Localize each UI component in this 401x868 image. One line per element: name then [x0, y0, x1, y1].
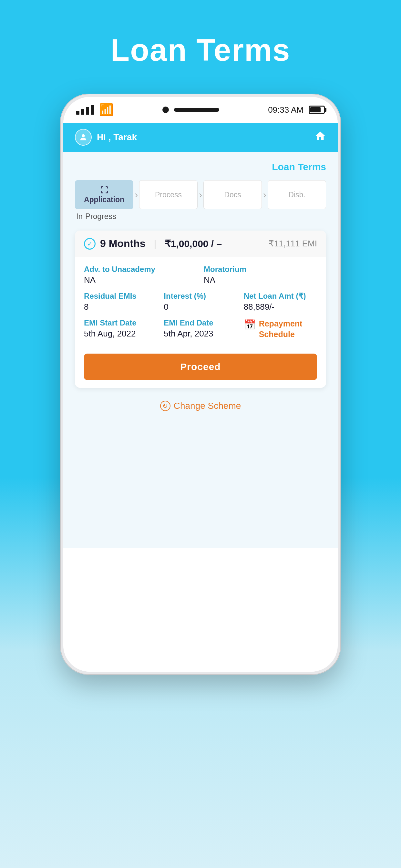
net-loan-label: Net Loan Amt (₹): [244, 291, 317, 301]
page-wrapper: Loan Terms 📶: [0, 0, 401, 675]
check-circle-icon: ✓: [84, 238, 96, 250]
detail-adv-unacademy: Adv. to Unacademy NA: [84, 265, 197, 285]
step-docs[interactable]: Docs: [204, 180, 262, 209]
time-label: 09:33 AM: [268, 105, 304, 115]
status-bar: 📶 09:33 AM: [63, 97, 338, 123]
arrow-3: ›: [263, 189, 266, 200]
detail-row-2: Residual EMIs 8 Interest (%) 0 Net Loan …: [84, 291, 317, 312]
status-center: [162, 106, 219, 113]
camera-dot: [162, 106, 169, 113]
battery-fill: [310, 107, 320, 113]
docs-label: Docs: [224, 190, 241, 199]
loan-divider: |: [154, 239, 156, 249]
svg-point-0: [82, 134, 85, 137]
detail-net-loan: Net Loan Amt (₹) 88,889/-: [244, 291, 317, 312]
emi-end-label: EMI End Date: [164, 318, 237, 328]
loan-details: Adv. to Unacademy NA Moratorium NA R: [75, 257, 326, 353]
net-loan-value: 88,889/-: [244, 302, 317, 312]
application-label: Application: [84, 195, 124, 204]
emi-label: EMI: [302, 239, 317, 248]
detail-row-1: Adv. to Unacademy NA Moratorium NA: [84, 265, 317, 285]
detail-residual: Residual EMIs 8: [84, 291, 157, 312]
change-scheme-text[interactable]: ↻ Change Scheme: [75, 401, 326, 411]
loan-months: 9 Months: [100, 238, 145, 250]
residual-value: 8: [84, 302, 157, 312]
arrow-2: ›: [199, 189, 202, 200]
loan-header: ✓ 9 Months | ₹1,00,000 / – ₹11,111 EMI: [75, 230, 326, 257]
change-scheme-icon: ↻: [160, 401, 171, 411]
loan-header-left: ✓ 9 Months | ₹1,00,000 / –: [84, 238, 222, 250]
detail-emi-end: EMI End Date 5th Apr, 2023: [164, 318, 237, 339]
adv-label: Adv. to Unacademy: [84, 265, 197, 274]
avatar: [75, 129, 92, 146]
detail-interest: Interest (%) 0: [164, 291, 237, 312]
application-icon: ⛶: [100, 186, 108, 195]
change-scheme-label: Change Scheme: [174, 401, 241, 411]
loan-emi: ₹11,111 EMI: [269, 239, 317, 249]
loan-terms-section-label: Loan Terms: [75, 161, 326, 173]
phone-inner: 📶 09:33 AM: [63, 97, 338, 672]
phone-shell: 📶 09:33 AM: [60, 94, 341, 675]
emi-amount: ₹11,111: [269, 239, 300, 248]
detail-repayment[interactable]: 📅 RepaymentSchedule: [244, 318, 317, 339]
step-application[interactable]: ⛶ Application: [75, 180, 133, 209]
user-greeting: Hi , Tarak: [97, 132, 137, 143]
emi-start-value: 5th Aug, 2022: [84, 329, 157, 339]
calendar-icon: 📅: [244, 319, 256, 330]
interest-label: Interest (%): [164, 291, 237, 301]
detail-row-3: EMI Start Date 5th Aug, 2022 EMI End Dat…: [84, 318, 317, 339]
detail-emi-start: EMI Start Date 5th Aug, 2022: [84, 318, 157, 339]
notch-line: [174, 108, 219, 112]
progress-steps: ⛶ Application › Process › Docs › Disb.: [75, 180, 326, 209]
moratorium-value: NA: [204, 275, 317, 285]
process-label: Process: [155, 190, 182, 199]
adv-value: NA: [84, 275, 197, 285]
white-space: [63, 548, 338, 672]
emi-start-label: EMI Start Date: [84, 318, 157, 328]
app-content: Loan Terms ⛶ Application › Process › Doc…: [63, 152, 338, 548]
battery-icon: [309, 105, 325, 114]
page-title: Loan Terms: [111, 32, 290, 68]
step-disb[interactable]: Disb.: [268, 180, 326, 209]
arrow-1: ›: [135, 189, 138, 200]
disb-label: Disb.: [288, 190, 305, 199]
emi-end-value: 5th Apr, 2023: [164, 329, 237, 339]
change-scheme[interactable]: ↻ Change Scheme: [75, 398, 326, 414]
proceed-button[interactable]: Proceed: [84, 353, 317, 380]
signal-icon: [76, 105, 94, 115]
user-info: Hi , Tarak: [75, 129, 137, 146]
status-right: 09:33 AM: [268, 105, 325, 115]
repayment-label: RepaymentSchedule: [259, 318, 303, 339]
interest-value: 0: [164, 302, 237, 312]
in-progress-label: In-Progress: [75, 212, 326, 221]
top-nav: Hi , Tarak: [63, 123, 338, 152]
wifi-icon: 📶: [99, 103, 114, 117]
step-process[interactable]: Process: [139, 180, 197, 209]
moratorium-label: Moratorium: [204, 265, 317, 274]
loan-amount: ₹1,00,000 / –: [165, 238, 222, 249]
detail-moratorium: Moratorium NA: [204, 265, 317, 285]
residual-label: Residual EMIs: [84, 291, 157, 301]
loan-card: ✓ 9 Months | ₹1,00,000 / – ₹11,111 EMI: [75, 230, 326, 388]
home-icon[interactable]: [314, 130, 326, 145]
status-left: 📶: [76, 103, 114, 117]
